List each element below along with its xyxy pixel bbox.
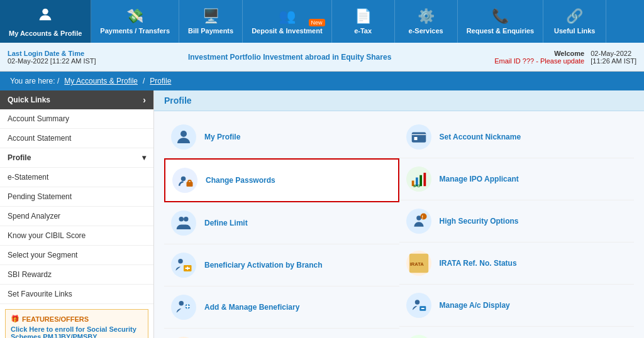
- nav-useful[interactable]: 🔗 Useful Links: [543, 0, 606, 43]
- login-info: Last Login Date & Time 02-May-2022 [11:2…: [8, 50, 133, 65]
- set-account-nickname-item[interactable]: Set Account Nickname: [399, 116, 635, 158]
- sidebar-item-profile[interactable]: Profile ▾: [0, 148, 153, 168]
- sidebar-item-spend-analyzer-label: Spend Analyzer: [8, 212, 60, 221]
- email-warning: Email ID ??? - Please update: [494, 57, 584, 65]
- info-bar: Last Login Date & Time 02-May-2022 [11:2…: [0, 43, 644, 72]
- features-box: 🎁 FEATURES/OFFERS Click Here to enroll f…: [5, 309, 148, 338]
- features-title: 🎁 FEATURES/OFFERS: [11, 315, 143, 323]
- svg-rect-11: [411, 133, 426, 143]
- features-title-label: FEATURES/OFFERS: [22, 315, 89, 323]
- pan-registration-item[interactable]: 🪪 PAN Registration: [164, 329, 399, 338]
- manage-ac-display-label: Manage A/c Display: [440, 301, 510, 310]
- sidebar-item-rewardz[interactable]: SBI Rewardz: [0, 265, 153, 285]
- eservices-icon: ⚙️: [418, 8, 435, 25]
- nav-etax[interactable]: 📄 e-Tax: [332, 0, 395, 43]
- sidebar-header-label: Quick Links: [8, 95, 50, 104]
- irata-ref-icon: IRATA: [404, 249, 433, 278]
- change-passwords-label: Change Passwords: [206, 176, 275, 185]
- sidebar-item-segment-label: Select your Segment: [8, 251, 77, 259]
- manage-ipo-item[interactable]: IPO Manage IPO Applicant: [399, 158, 635, 200]
- sidebar-item-estatement[interactable]: e-Statement: [0, 168, 153, 187]
- date-time: 02-May-2022 [11:26 AM IST]: [591, 50, 636, 65]
- sidebar: Quick Links › Account Summary Account St…: [0, 90, 154, 338]
- svg-point-5: [179, 217, 184, 222]
- my-profile-icon: [169, 123, 198, 151]
- nav-my-accounts[interactable]: My Accounts & Profile: [0, 0, 91, 43]
- sidebar-item-favourite-links[interactable]: Set Favourite Links: [0, 285, 153, 304]
- login-value: 02-May-2022 [11:22 AM IST]: [8, 57, 96, 65]
- sidebar-item-favourite-links-label: Set Favourite Links: [8, 290, 72, 298]
- svg-rect-16: [423, 173, 426, 186]
- high-security-item[interactable]: ! High Security Options: [399, 200, 635, 243]
- content-left-column: My Profile Change Passwords: [164, 116, 399, 338]
- irata-ref-item[interactable]: IRATA IRATA Ref. No. Status: [399, 243, 635, 285]
- main-layout: Quick Links › Account Summary Account St…: [0, 90, 644, 338]
- nav-request[interactable]: 📞 Request & Enquiries: [458, 0, 544, 43]
- add-manage-beneficiary-item[interactable]: Add & Manage Beneficiary: [164, 286, 399, 329]
- beneficiary-activation-item[interactable]: Beneficiary Activation by Branch: [164, 244, 399, 286]
- define-limit-label: Define Limit: [204, 219, 248, 227]
- sidebar-arrow-icon: ›: [143, 95, 146, 105]
- define-limit-item[interactable]: Define Limit: [164, 202, 399, 244]
- change-passwords-item[interactable]: Change Passwords: [164, 158, 399, 202]
- svg-point-0: [43, 9, 48, 14]
- sidebar-item-rewardz-label: SBI Rewardz: [8, 270, 52, 279]
- manage-ac-display-item[interactable]: Manage A/c Display: [399, 285, 635, 327]
- sidebar-item-cibil-label: Know your CIBIL Score: [8, 231, 86, 240]
- define-limit-icon: [169, 209, 198, 237]
- info-center-text: Investment Portfolio Investment abroad i…: [133, 53, 446, 62]
- svg-rect-12: [414, 137, 417, 140]
- sidebar-item-cibil[interactable]: Know your CIBIL Score: [0, 226, 153, 246]
- useful-icon: 🔗: [566, 8, 583, 25]
- svg-text:IRATA: IRATA: [409, 261, 424, 267]
- manage-ac-display-icon: [404, 291, 433, 320]
- top-navigation: My Accounts & Profile 💸 Payments / Trans…: [0, 0, 644, 43]
- features-text[interactable]: Click Here to enroll for Social Security…: [11, 325, 143, 338]
- time-value: [11:26 AM IST]: [591, 57, 636, 65]
- svg-text:IPO: IPO: [413, 183, 420, 188]
- breadcrumb-separator: /: [143, 77, 145, 85]
- sidebar-item-segment[interactable]: Select your Segment: [0, 246, 153, 265]
- svg-point-1: [180, 131, 187, 137]
- nav-my-accounts-label: My Accounts & Profile: [9, 30, 82, 37]
- nav-bill-payments[interactable]: 🖥️ Bill Payments: [179, 0, 243, 43]
- sidebar-item-account-statement[interactable]: Account Statement: [0, 129, 153, 148]
- login-label: Last Login Date & Time: [8, 50, 84, 57]
- request-icon: 📞: [492, 8, 509, 25]
- nav-payments[interactable]: 💸 Payments / Transfers: [91, 0, 179, 43]
- sidebar-item-spend-analyzer[interactable]: Spend Analyzer: [0, 207, 153, 226]
- new-badge: New: [309, 19, 325, 26]
- breadcrumb-you-are-here: You are here: /: [10, 77, 59, 85]
- sidebar-item-profile-label: Profile: [8, 153, 31, 162]
- features-icon: 🎁: [11, 315, 19, 323]
- my-profile-label: My Profile: [204, 133, 240, 141]
- welcome-label: Welcome: [554, 50, 584, 57]
- svg-text:!: !: [421, 214, 423, 220]
- breadcrumb-link1[interactable]: My Accounts & Profile: [64, 77, 138, 85]
- content-area: Profile My Profile: [154, 90, 644, 338]
- breadcrumb-link2[interactable]: Profile: [150, 77, 171, 85]
- nav-bill-payments-label: Bill Payments: [188, 27, 233, 35]
- svg-point-2: [181, 177, 186, 182]
- nav-eservices-label: e-Services: [409, 27, 443, 35]
- nav-etax-label: e-Tax: [354, 27, 372, 35]
- nav-request-label: Request & Enquiries: [467, 27, 535, 35]
- deposit-icon: 👥: [279, 8, 296, 25]
- irata-ref-label: IRATA Ref. No. Status: [440, 259, 517, 268]
- payments-icon: 💸: [126, 8, 143, 25]
- nav-deposit[interactable]: 👥 Deposit & Investment New: [243, 0, 331, 43]
- nav-payments-label: Payments / Transfers: [100, 27, 170, 35]
- nav-useful-label: Useful Links: [554, 27, 595, 35]
- my-accounts-icon: [36, 6, 54, 27]
- sidebar-item-pending-statement[interactable]: Pending Statement: [0, 187, 153, 207]
- my-profile-item[interactable]: My Profile: [164, 116, 399, 158]
- change-passwords-icon: [170, 166, 199, 195]
- nav-eservices[interactable]: ⚙️ e-Services: [395, 0, 458, 43]
- manage-ipo-label: Manage IPO Applicant: [440, 175, 519, 183]
- nav-deposit-label: Deposit & Investment: [252, 27, 322, 35]
- sidebar-header: Quick Links ›: [0, 90, 153, 109]
- content-right-column: Set Account Nickname IPO Manage IPO Appl…: [399, 116, 635, 338]
- etax-icon: 📄: [355, 8, 372, 25]
- set-sms-language-item[interactable]: Aあ Set SMS Language: [399, 327, 635, 338]
- sidebar-item-account-summary[interactable]: Account Summary: [0, 109, 153, 129]
